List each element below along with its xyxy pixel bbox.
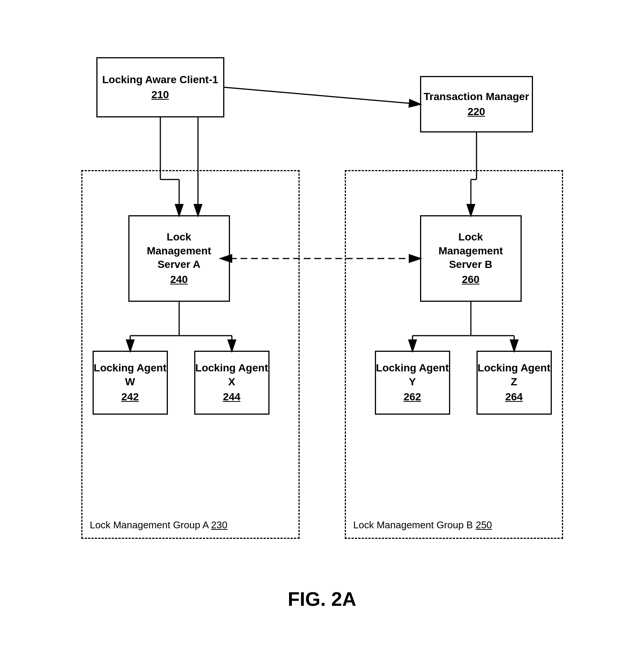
group-b-label: Lock Management Group B 250 [353,519,492,531]
svg-line-10 [224,87,420,104]
agent-w-box: Locking Agent W 242 [93,351,168,415]
agent-z-box: Locking Agent Z 264 [477,351,552,415]
lms-a-box: Lock Management Server A 240 [128,215,230,302]
lms-b-box: Lock Management Server B 260 [420,215,522,302]
group-a-label: Lock Management Group A 230 [90,519,228,531]
agent-x-box: Locking Agent X 244 [194,351,269,415]
trans-manager-box: Transaction Manager 220 [420,76,533,132]
diagram: Lock Management Group A 230 Lock Managem… [59,38,586,622]
client1-box: Locking Aware Client-1 210 [96,57,224,117]
fig-caption: FIG. 2A [288,588,356,610]
agent-y-box: Locking Agent Y 262 [375,351,450,415]
